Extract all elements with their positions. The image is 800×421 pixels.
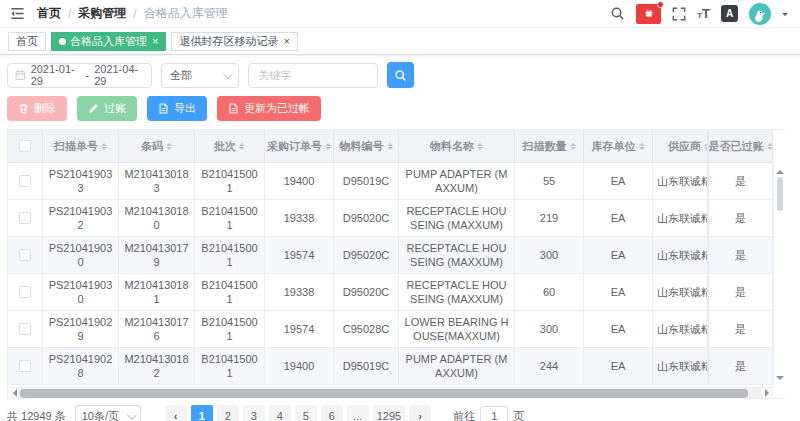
column-header[interactable]: 供应商 [653,130,708,162]
horizontal-scroll-thumb[interactable] [20,389,748,398]
column-header[interactable]: 条码 [119,130,195,162]
delete-button[interactable]: 删除 [7,96,67,121]
table-cell: B210415001 [195,200,265,236]
column-header[interactable]: 批次 [195,130,265,162]
bug-button[interactable] [636,4,661,24]
horizontal-scrollbar[interactable] [8,387,773,398]
hamburger-icon[interactable] [10,6,25,21]
column-header[interactable]: 采购订单号 [265,130,334,162]
breadcrumb-home[interactable]: 首页 [37,5,61,22]
row-checkbox[interactable] [19,175,31,187]
column-header[interactable]: 物料名称 [399,130,515,162]
font-size-icon[interactable]: TT [697,7,710,20]
sort-icon[interactable] [101,140,107,153]
scroll-up-icon[interactable] [776,166,784,174]
trash-icon [18,103,29,114]
search-button[interactable] [387,62,414,88]
search-icon[interactable] [610,6,625,21]
vertical-scrollbar[interactable] [773,163,785,387]
column-header[interactable]: 扫描单号 [43,130,119,162]
pagination: 共 12949 条 10条/页 ‹123456...1295› 前往 页 [7,405,792,421]
scroll-down-icon[interactable] [776,376,784,384]
sort-icon[interactable] [239,140,245,153]
table: 扫描单号条码批次采购订单号物料编号物料名称扫描数量库存单位供应商是否已过账 PS… [7,129,785,399]
page-button[interactable]: 5 [295,405,317,421]
table-row[interactable]: PS210419030M2104130179B21041500119574D95… [8,237,773,274]
tab-qualified-inbound[interactable]: 合格品入库管理 [51,32,166,51]
avatar[interactable] [749,3,771,25]
page-button[interactable]: 2 [217,405,239,421]
export-button[interactable]: 导出 [147,96,207,121]
sort-icon[interactable] [570,140,576,153]
breadcrumb-purchase-mgmt[interactable]: 采购管理 [78,5,126,22]
page-ellipsis[interactable]: ... [347,405,369,421]
table-cell: 山东联诚精 [653,311,708,347]
row-checkbox[interactable] [19,212,31,224]
chevron-down-icon [127,410,137,420]
sort-icon[interactable] [166,140,172,153]
table-cell: B210415001 [195,311,265,347]
column-header[interactable]: 是否已过账 [708,130,773,162]
date-start: 2021-01-29 [31,63,81,87]
page-button[interactable]: 6 [321,405,343,421]
goto-page-input[interactable] [480,406,508,421]
category-select[interactable]: 全部 [161,63,239,88]
table-cell: 山东联诚精 [653,163,708,199]
table-header: 扫描单号条码批次采购订单号物料编号物料名称扫描数量库存单位供应商是否已过账 [8,130,773,163]
vertical-scroll-thumb[interactable] [777,177,783,211]
row-checkbox[interactable] [19,249,31,261]
page-button[interactable]: 1295 [373,405,405,421]
sort-icon[interactable] [387,140,393,153]
sort-icon[interactable] [767,140,773,153]
select-all-header [8,130,43,162]
post-button[interactable]: 过账 [77,96,137,121]
table-cell: PS210419030 [43,274,119,310]
table-cell: 是 [708,274,773,310]
select-value: 全部 [170,68,192,83]
table-row[interactable]: PS210419032M2104130180B21041500119338D95… [8,200,773,237]
row-checkbox[interactable] [19,360,31,372]
close-icon[interactable] [152,36,158,47]
table-row[interactable]: PS210419029M2104130176B21041500119574C95… [8,311,773,348]
scroll-right-icon[interactable] [762,388,773,399]
fullscreen-icon[interactable] [672,7,686,21]
table-cell: M2104130180 [119,200,195,236]
tab-home[interactable]: 首页 [8,32,46,51]
page-button[interactable]: 3 [243,405,265,421]
row-checkbox[interactable] [19,323,31,335]
table-cell: RECEPTACLE HOUSEING (MAXXUM) [399,237,515,273]
column-header[interactable]: 物料编号 [334,130,399,162]
scroll-left-icon[interactable] [8,388,19,399]
page-size-select[interactable]: 10条/页 [75,405,141,421]
sort-icon[interactable] [325,140,331,153]
row-checkbox[interactable] [19,286,31,298]
caret-down-icon[interactable] [782,13,788,19]
row-select-cell [8,200,43,236]
column-header[interactable]: 扫描数量 [515,130,584,162]
table-cell: 19400 [265,163,334,199]
keyword-input[interactable] [248,63,378,88]
prev-page-button[interactable]: ‹ [165,405,187,421]
page-button[interactable]: 1 [191,405,213,421]
next-page-button[interactable]: › [409,405,431,421]
table-row[interactable]: PS210419033M2104130183B21041500119400D95… [8,163,773,200]
column-header[interactable]: 库存单位 [584,130,653,162]
table-cell: 19574 [265,311,334,347]
sort-icon[interactable] [477,140,483,153]
row-select-cell [8,348,43,384]
select-all-checkbox[interactable] [19,140,31,152]
update-posted-button[interactable]: 更新为已过帐 [217,96,321,121]
close-icon[interactable] [283,36,289,47]
date-range-picker[interactable]: 2021-01-29 - 2021-04-29 [7,63,152,88]
table-cell: 19574 [265,237,334,273]
sort-icon[interactable] [639,140,645,153]
tab-return-storage-record[interactable]: 退供封存区移动记录 [171,32,297,51]
button-label: 过账 [104,101,126,116]
table-row[interactable]: PS210419030M2104130181B21041500119338D95… [8,274,773,311]
page-button[interactable]: 4 [269,405,291,421]
table-cell: 19400 [265,348,334,384]
language-icon[interactable]: A [721,5,738,22]
table-cell: M2104130183 [119,163,195,199]
table-cell: 219 [515,200,584,236]
table-row[interactable]: PS210419028M2104130182B21041500119400D95… [8,348,773,385]
